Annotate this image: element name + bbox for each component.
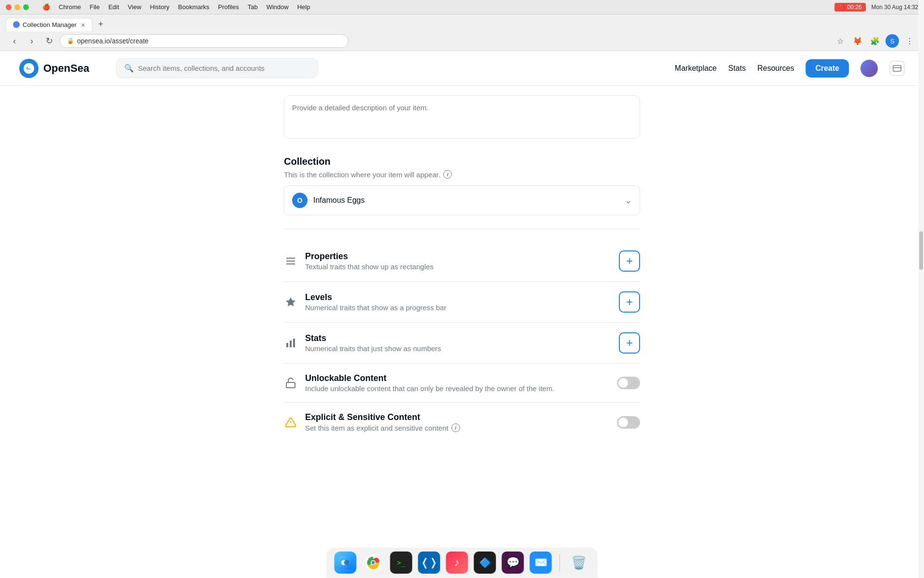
main-content: Collection This is the collection where …	[274, 95, 650, 461]
dock: >_ ❬❭ ♪ 🔷 💬 ✉️ 🗑️	[326, 547, 598, 578]
svg-marker-5	[286, 297, 295, 306]
edit-menu[interactable]: Edit	[108, 3, 119, 11]
collection-title: Collection	[284, 156, 640, 167]
dock-finder[interactable]	[334, 552, 357, 574]
explicit-icon	[284, 416, 297, 429]
explicit-info-icon[interactable]: i	[451, 423, 460, 432]
levels-title: Levels	[305, 292, 611, 302]
collection-name: Infamous Eggs	[313, 196, 619, 205]
bookmarks-menu[interactable]: Bookmarks	[178, 3, 209, 11]
dock-vscode[interactable]: ❬❭	[418, 552, 440, 574]
dock-trash[interactable]: 🗑️	[568, 552, 590, 574]
levels-icon	[284, 295, 297, 309]
collection-description: This is the collection where your item w…	[284, 170, 640, 179]
stats-add-button[interactable]: +	[619, 332, 640, 354]
stats-desc: Numerical traits that just show as numbe…	[305, 344, 611, 353]
properties-row: Properties Textual traits that show up a…	[284, 241, 640, 282]
macos-menu: 🍎 Chrome File Edit View History Bookmark…	[42, 3, 310, 11]
extensions-button[interactable]: 🧩	[868, 34, 882, 48]
explicit-toggle[interactable]	[617, 416, 640, 429]
tab-close-button[interactable]: ×	[81, 21, 85, 28]
search-bar[interactable]: 🔍	[116, 58, 318, 78]
scrollbar[interactable]	[918, 0, 924, 578]
reload-button[interactable]: ↻	[42, 34, 56, 48]
dock-slack[interactable]: 💬	[502, 552, 524, 574]
nav-resources[interactable]: Resources	[757, 60, 794, 77]
help-menu[interactable]: Help	[297, 3, 310, 11]
apple-menu[interactable]: 🍎	[42, 3, 50, 11]
svg-point-18	[372, 561, 375, 565]
menu-button[interactable]: ⋮	[903, 34, 916, 48]
dock-terminal[interactable]: >_	[390, 552, 412, 574]
properties-title: Properties	[305, 251, 611, 262]
stats-info: Stats Numerical traits that just show as…	[305, 333, 611, 353]
lock-icon: 🔒	[67, 38, 74, 44]
collection-info-icon[interactable]: i	[443, 170, 452, 179]
chrome-menu[interactable]: Chrome	[59, 3, 81, 11]
properties-section: Properties Textual traits that show up a…	[284, 229, 640, 442]
forward-button[interactable]: ›	[25, 34, 38, 48]
svg-point-14	[344, 560, 349, 565]
file-menu[interactable]: File	[90, 3, 100, 11]
tab-favicon	[13, 21, 20, 28]
levels-add-button[interactable]: +	[619, 291, 640, 313]
view-menu[interactable]: View	[128, 3, 141, 11]
new-tab-button[interactable]: +	[94, 17, 107, 31]
collection-icon: O	[292, 193, 308, 208]
opensea-nav: OpenSea 🔍 Marketplace Stats Resources Cr…	[0, 51, 924, 86]
svg-rect-9	[286, 382, 295, 388]
nav-wallet-button[interactable]	[889, 61, 905, 76]
properties-desc: Textual traits that show up as rectangle…	[305, 263, 611, 271]
nav-avatar[interactable]	[860, 60, 878, 77]
explicit-desc: Set this item as explicit and sensitive …	[305, 423, 609, 432]
extension-fox-button[interactable]: 🦊	[851, 34, 864, 48]
url-bar[interactable]: 🔒 opensea.io/asset/create	[60, 34, 348, 48]
dock-divider	[560, 554, 560, 571]
properties-add-button[interactable]: +	[619, 250, 640, 272]
dock-music[interactable]: ♪	[446, 552, 468, 574]
unlockable-content-row: Unlockable Content Include unlockable co…	[284, 364, 640, 403]
window-menu[interactable]: Window	[266, 3, 288, 11]
tab-menu[interactable]: Tab	[247, 3, 257, 11]
search-icon: 🔍	[124, 64, 134, 73]
nav-create[interactable]: Create	[806, 59, 849, 78]
search-input[interactable]	[138, 64, 310, 72]
levels-desc: Numerical traits that show as a progress…	[305, 303, 611, 312]
nav-links: Marketplace Stats Resources Create	[675, 59, 905, 78]
collection-dropdown[interactable]: O Infamous Eggs ⌄	[284, 185, 640, 215]
close-window-button[interactable]	[6, 4, 12, 10]
maximize-window-button[interactable]	[23, 4, 29, 10]
properties-info: Properties Textual traits that show up a…	[305, 251, 611, 271]
profiles-menu[interactable]: Profiles	[218, 3, 239, 11]
unlockable-toggle[interactable]	[617, 377, 640, 389]
profile-button[interactable]: S	[886, 34, 899, 48]
scrollbar-thumb[interactable]	[919, 231, 923, 270]
url-text: opensea.io/asset/create	[77, 37, 149, 45]
dock-chrome[interactable]	[362, 552, 385, 574]
nav-stats[interactable]: Stats	[728, 60, 745, 77]
svg-rect-6	[286, 343, 288, 347]
back-button[interactable]: ‹	[8, 34, 21, 48]
clock: Mon 30 Aug 14:32	[872, 4, 918, 11]
explicit-title: Explicit & Sensitive Content	[305, 412, 609, 422]
tab-bar: Collection Manager × +	[0, 14, 924, 31]
opensea-logo-text: OpenSea	[43, 62, 89, 75]
history-menu[interactable]: History	[150, 3, 169, 11]
active-tab[interactable]: Collection Manager ×	[6, 18, 92, 31]
browser-chrome: Collection Manager × + ‹ › ↻ 🔒 opensea.i…	[0, 14, 924, 51]
nav-marketplace[interactable]: Marketplace	[675, 60, 717, 77]
svg-rect-8	[293, 339, 295, 347]
opensea-logo-icon	[19, 59, 38, 78]
opensea-logo[interactable]: OpenSea	[19, 59, 89, 78]
explicit-info: Explicit & Sensitive Content Set this it…	[305, 412, 609, 432]
dock-figma[interactable]: 🔷	[474, 552, 496, 574]
unlockable-info: Unlockable Content Include unlockable co…	[305, 373, 609, 393]
browser-actions: ☆ 🦊 🧩 S ⋮	[834, 34, 916, 48]
minimize-window-button[interactable]	[14, 4, 20, 10]
description-textarea[interactable]	[284, 95, 640, 139]
dock-mail[interactable]: ✉️	[530, 552, 552, 574]
svg-rect-7	[290, 341, 292, 347]
bookmark-button[interactable]: ☆	[834, 34, 847, 48]
levels-info: Levels Numerical traits that show as a p…	[305, 292, 611, 312]
collection-section: Collection This is the collection where …	[284, 156, 640, 215]
